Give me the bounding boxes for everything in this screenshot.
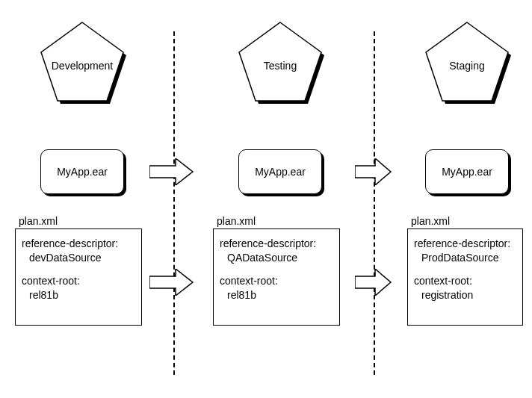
column-staging: Staging MyApp.ear plan.xml reference-des…: [407, 0, 527, 326]
reference-descriptor-value: QADataSource: [227, 251, 333, 265]
svg-marker-9: [355, 269, 391, 296]
context-root-key: context-root:: [414, 274, 516, 288]
plan-box: reference-descriptor: ProdDataSource con…: [407, 228, 523, 326]
context-root-value: registration: [421, 288, 516, 302]
divider: [173, 31, 175, 375]
pentagon-staging: Staging: [418, 19, 516, 108]
plan-file-label: plan.xml: [217, 215, 347, 227]
plan-file-label: plan.xml: [19, 215, 149, 227]
artifact-label: MyApp.ear: [57, 166, 108, 178]
svg-marker-7: [149, 269, 193, 296]
context-root-value: rel81b: [227, 288, 333, 302]
reference-descriptor-key: reference-descriptor:: [22, 237, 135, 251]
arrow-right-icon: [355, 269, 392, 296]
arrow-right-icon: [355, 158, 392, 185]
svg-marker-8: [355, 158, 391, 185]
environment-label: Development: [34, 60, 131, 72]
column-testing: Testing MyApp.ear plan.xml reference-des…: [213, 0, 347, 326]
artifact-label: MyApp.ear: [442, 166, 492, 178]
plan-box: reference-descriptor: QADataSource conte…: [213, 228, 340, 326]
reference-descriptor-value: devDataSource: [29, 251, 135, 265]
reference-descriptor-key: reference-descriptor:: [414, 237, 516, 251]
arrow-right-icon: [149, 158, 194, 185]
plan-file-label: plan.xml: [411, 215, 527, 227]
environment-label: Testing: [232, 60, 329, 72]
artifact-box: MyApp.ear: [425, 149, 509, 194]
artifact-box: MyApp.ear: [40, 149, 124, 194]
context-root-value: rel81b: [29, 288, 135, 302]
svg-marker-6: [149, 158, 193, 185]
reference-descriptor-value: ProdDataSource: [421, 251, 516, 265]
plan-box: reference-descriptor: devDataSource cont…: [15, 228, 142, 326]
reference-descriptor-key: reference-descriptor:: [220, 237, 333, 251]
environment-label: Staging: [418, 60, 516, 72]
pentagon-testing: Testing: [232, 19, 329, 108]
artifact-box: MyApp.ear: [238, 149, 322, 194]
column-development: Development MyApp.ear plan.xml reference…: [15, 0, 149, 326]
context-root-key: context-root:: [22, 274, 135, 288]
arrow-right-icon: [149, 269, 194, 296]
pentagon-development: Development: [34, 19, 131, 108]
divider: [374, 31, 375, 375]
artifact-label: MyApp.ear: [255, 166, 306, 178]
context-root-key: context-root:: [220, 274, 333, 288]
